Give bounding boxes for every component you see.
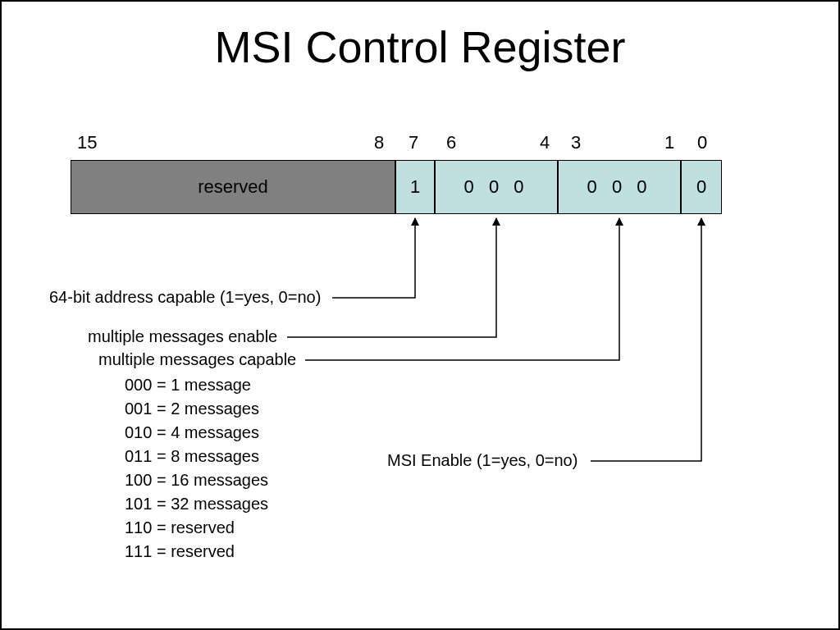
bit-index-1: 1 <box>664 132 674 153</box>
annotation-multiple-messages-enable: multiple messages enable <box>88 327 277 346</box>
code-111: 111 = reserved <box>125 540 268 564</box>
field-bits-3-1: 0 0 0 <box>558 160 681 214</box>
code-000: 000 = 1 message <box>125 373 268 397</box>
bit-index-15: 15 <box>77 132 97 153</box>
code-101: 101 = 32 messages <box>125 492 268 516</box>
bit-index-6: 6 <box>446 132 456 153</box>
field-reserved: reserved <box>71 160 395 214</box>
bit-index-8: 8 <box>374 132 384 153</box>
field-bit7: 1 <box>395 160 435 214</box>
bit-index-3: 3 <box>571 132 581 153</box>
bit-index-4: 4 <box>540 132 550 153</box>
code-100: 100 = 16 messages <box>125 468 268 492</box>
slide: MSI Control Register 15 8 7 6 4 3 1 0 re… <box>0 0 840 630</box>
bit-index-0: 0 <box>697 132 707 153</box>
slide-title: MSI Control Register <box>2 21 838 72</box>
field-bit0: 0 <box>681 160 722 214</box>
field-bits-6-4: 0 0 0 <box>435 160 558 214</box>
annotation-msi-enable: MSI Enable (1=yes, 0=no) <box>387 451 578 470</box>
annotation-64bit-address: 64-bit address capable (1=yes, 0=no) <box>49 288 321 307</box>
code-001: 001 = 2 messages <box>125 397 268 421</box>
annotation-multiple-messages-capable: multiple messages capable <box>98 350 296 369</box>
code-110: 110 = reserved <box>125 516 268 540</box>
bit-index-7: 7 <box>409 132 418 153</box>
code-010: 010 = 4 messages <box>125 421 268 445</box>
code-011: 011 = 8 messages <box>125 445 268 468</box>
message-count-encodings: 000 = 1 message 001 = 2 messages 010 = 4… <box>125 373 268 564</box>
